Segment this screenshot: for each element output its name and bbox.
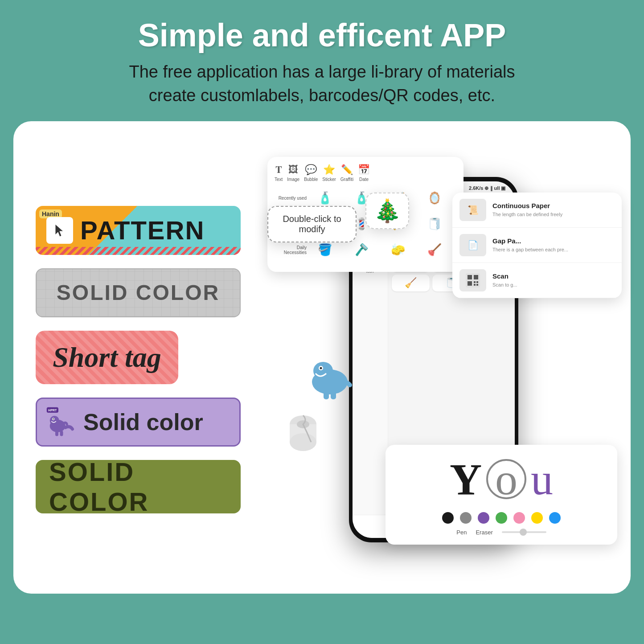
label-solid-gray: SOLID COLOR (36, 268, 241, 317)
svg-marker-0 (55, 224, 63, 237)
paper-continuous-desc: The length can be defined freely (492, 211, 615, 217)
brush-size-slider[interactable] (502, 531, 546, 533)
scan-paper-thumb (459, 269, 486, 291)
solid-olive-text: SOLID COLOR (49, 457, 227, 517)
grid-item[interactable]: 🧹 (392, 275, 430, 291)
solid-purple-text: Solid color (83, 409, 203, 435)
eraser-button[interactable]: Eraser (476, 529, 492, 536)
color-pink[interactable] (513, 512, 525, 524)
paper-continuous: 📜 Continuous Paper The length can be def… (452, 193, 622, 228)
phone-sidebar: Recently used Frame 01 Daily Necessities… (353, 232, 388, 515)
pen-eraser-toolbar: Pen Eraser (394, 529, 608, 536)
paper-scan-info: Scan Scan to g... (492, 272, 615, 288)
double-click-text: Double-click to modify (283, 214, 341, 234)
header-section: Simple and efficent APP The free applica… (0, 0, 644, 121)
solid-gray-text: SOLID COLOR (57, 280, 220, 305)
toilet-roll-sticker (281, 411, 325, 455)
svg-point-4 (53, 418, 54, 419)
paper-gap-name: Gap Pa... (492, 237, 615, 245)
continuous-paper-thumb: 📜 (459, 199, 486, 221)
label-solid-purple: HPRT Solid color (36, 398, 241, 447)
sticker-toolbar: 𝐓 Text 🖼 Image 💬 Bubble ⭐ Sticker ✏️ (275, 164, 456, 182)
svg-rect-11 (474, 275, 478, 279)
color-yellow[interactable] (531, 512, 543, 524)
toolbar-bubble: 💬 Bubble (304, 164, 318, 182)
tree-icon: 🎄 (373, 198, 401, 223)
label-solid-olive: SOLID COLOR (36, 460, 241, 513)
toolbar-sticker: ⭐ Sticker (322, 164, 336, 182)
you-handwriting: Y o u (394, 454, 608, 505)
svg-rect-12 (468, 281, 472, 286)
main-title: Simple and efficent APP (27, 18, 617, 53)
color-blue[interactable] (549, 512, 561, 524)
svg-rect-5 (55, 431, 58, 436)
svg-rect-6 (60, 431, 63, 436)
slider-thumb (520, 529, 527, 536)
svg-point-20 (320, 367, 322, 369)
label-short-tag: Short tag (36, 331, 178, 384)
main-card: Hanin PATTERN SOLID COLOR Short tag (13, 121, 631, 594)
pattern-cursor-icon (46, 217, 73, 244)
tree-icon-bubble: 🎄 (365, 193, 409, 229)
color-green[interactable] (496, 512, 507, 524)
toolbar-image: 🖼 Image (287, 164, 299, 182)
paper-gap: 📄 Gap Pa... There is a gap between each … (452, 228, 622, 263)
pen-button[interactable]: Pen (456, 529, 467, 536)
color-gray[interactable] (460, 512, 472, 524)
paper-gap-info: Gap Pa... There is a gap between each pr… (492, 237, 615, 253)
status-icons: 2.6K/s ⊕ ‖ ull ▣ (469, 185, 505, 191)
paper-scan-desc: Scan to g... (492, 282, 615, 288)
labels-section: Hanin PATTERN SOLID COLOR Short tag (36, 148, 241, 571)
subtitle: The free application has a large li-brar… (27, 60, 617, 107)
short-tag-text: Short tag (53, 341, 161, 374)
phone-section: 𝐓 Text 🖼 Image 💬 Bubble ⭐ Sticker ✏️ (258, 148, 608, 571)
svg-rect-10 (468, 275, 472, 279)
subtitle-line1: The free application has a large li-brar… (129, 62, 515, 81)
toolbar-graffiti: ✏️ Graffiti (340, 164, 353, 182)
drawing-canvas-panel: Y o u Pen Eraser (386, 445, 617, 545)
paper-gap-desc: There is a gap between each pre... (492, 246, 615, 253)
svg-rect-22 (331, 391, 336, 399)
toolbar-text: 𝐓 Text (275, 164, 283, 182)
svg-point-18 (313, 362, 333, 380)
paper-continuous-name: Continuous Paper (492, 202, 615, 209)
color-black[interactable] (442, 512, 454, 524)
pattern-label-text: PATTERN (80, 215, 205, 245)
toolbar-date: 📅 Date (358, 164, 370, 182)
svg-point-2 (50, 416, 59, 425)
color-purple[interactable] (478, 512, 489, 524)
svg-rect-13 (474, 281, 476, 283)
gap-paper-thumb: 📄 (459, 234, 486, 256)
paper-scan: Scan Scan to g... (452, 263, 622, 298)
dino-icon: HPRT (46, 406, 77, 438)
svg-point-25 (290, 433, 316, 451)
double-click-bubble: Double-click to modify (267, 206, 357, 242)
paper-continuous-info: Continuous Paper The length can be defin… (492, 202, 615, 217)
crocodile-sticker (303, 349, 357, 402)
svg-rect-21 (324, 391, 329, 399)
svg-rect-16 (476, 284, 478, 286)
svg-rect-15 (474, 284, 476, 286)
paper-type-panel: 📜 Continuous Paper The length can be def… (452, 193, 622, 298)
svg-rect-14 (476, 281, 478, 283)
label-pattern: Hanin PATTERN (36, 206, 241, 255)
paper-scan-name: Scan (492, 272, 615, 280)
color-palette (394, 512, 608, 524)
svg-text:HPRT: HPRT (48, 409, 57, 412)
subtitle-line2: create customlabels, barcodes/QR codes, … (149, 86, 495, 105)
